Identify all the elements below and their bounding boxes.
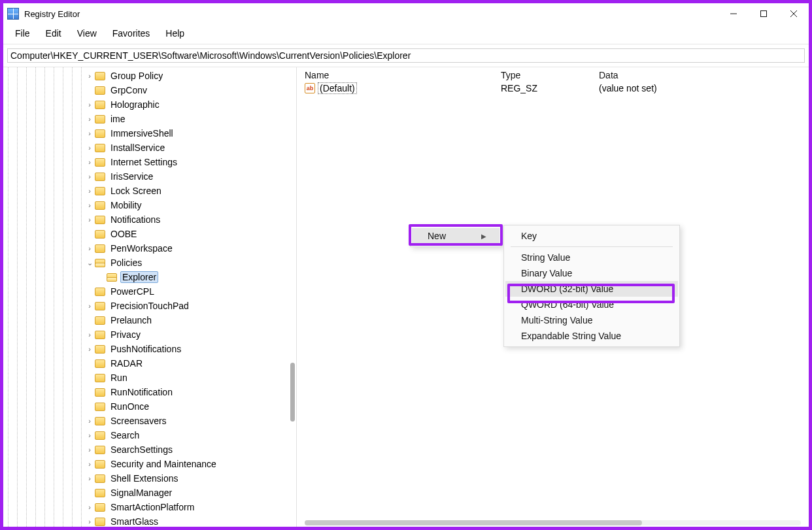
address-input[interactable] xyxy=(7,48,805,63)
string-value-icon: ab xyxy=(305,83,315,93)
chevron-icon[interactable]: › xyxy=(86,216,93,224)
tree-node-label: Prelaunch xyxy=(109,315,154,325)
chevron-icon[interactable]: › xyxy=(86,474,93,482)
menu-view[interactable]: View xyxy=(71,27,103,40)
tree-node-label: SignalManager xyxy=(109,488,174,498)
tree-node-smartactionplatform[interactable]: ›SmartActionPlatform xyxy=(86,500,296,514)
new-expandablestring-value[interactable]: Expandable String Value xyxy=(505,328,678,344)
tree-node-notifications[interactable]: ›Notifications xyxy=(86,212,296,227)
tree-node-signalmanager[interactable]: ›SignalManager xyxy=(86,486,296,500)
chevron-icon[interactable]: › xyxy=(86,331,93,339)
folder-icon xyxy=(95,345,105,354)
chevron-icon[interactable]: › xyxy=(86,244,93,252)
chevron-icon[interactable]: › xyxy=(86,302,93,310)
tree-node-label: Search xyxy=(109,430,141,440)
tree-node-search[interactable]: ›Search xyxy=(86,428,296,442)
tree-gutter xyxy=(3,67,86,527)
chevron-icon[interactable]: › xyxy=(86,144,93,152)
tree-node-pushnotifications[interactable]: ›PushNotifications xyxy=(86,342,296,356)
context-menu[interactable]: New ▶ xyxy=(410,225,501,247)
chevron-icon[interactable]: › xyxy=(86,115,93,123)
chevron-icon[interactable]: › xyxy=(86,446,93,454)
chevron-icon[interactable]: › xyxy=(86,158,93,166)
chevron-icon[interactable]: › xyxy=(86,101,93,108)
chevron-icon[interactable]: › xyxy=(86,173,93,180)
new-multistring-value[interactable]: Multi-String Value xyxy=(505,312,678,328)
tree-node-oobe[interactable]: ›OOBE xyxy=(86,227,296,241)
tree-node-prelaunch[interactable]: ›Prelaunch xyxy=(86,313,296,327)
chevron-icon[interactable]: › xyxy=(86,518,93,525)
chevron-icon[interactable]: › xyxy=(86,417,93,425)
context-submenu-new[interactable]: Key String Value Binary Value DWORD (32-… xyxy=(503,225,680,347)
tree-node-penworkspace[interactable]: ›PenWorkspace xyxy=(86,241,296,256)
tree-node-label: ImmersiveShell xyxy=(109,128,175,139)
chevron-icon[interactable]: › xyxy=(86,345,93,353)
tree-node-grpconv[interactable]: ›GrpConv xyxy=(86,83,296,97)
context-new[interactable]: New ▶ xyxy=(412,228,499,244)
tree-node-runnotification[interactable]: ›RunNotification xyxy=(86,385,296,399)
tree-node-privacy[interactable]: ›Privacy xyxy=(86,327,296,342)
tree-node-runonce[interactable]: ›RunOnce xyxy=(86,399,296,414)
tree-node-mobility[interactable]: ›Mobility xyxy=(86,198,296,212)
tree-node-explorer[interactable]: ›Explorer xyxy=(86,270,296,284)
window-title: Registry Editor xyxy=(24,9,80,19)
new-string-value[interactable]: String Value xyxy=(505,250,678,265)
new-qword-value[interactable]: QWORD (64-bit) Value xyxy=(505,297,678,312)
chevron-icon[interactable]: › xyxy=(86,129,93,137)
tree-node-holographic[interactable]: ›Holographic xyxy=(86,97,296,112)
new-key[interactable]: Key xyxy=(505,228,678,244)
menu-edit[interactable]: Edit xyxy=(39,27,68,40)
tree-node-precisiontouchpad[interactable]: ›PrecisionTouchPad xyxy=(86,299,296,313)
tree-pane[interactable]: ›Group Policy›GrpConv›Holographic›ime›Im… xyxy=(3,67,297,527)
tree-node-searchsettings[interactable]: ›SearchSettings xyxy=(86,442,296,457)
col-data-header[interactable]: Data xyxy=(599,70,801,80)
folder-icon xyxy=(95,187,105,195)
tree-node-installservice[interactable]: ›InstallService xyxy=(86,141,296,155)
folder-icon xyxy=(95,446,105,454)
menu-help[interactable]: Help xyxy=(159,27,191,40)
menu-favorites[interactable]: Favorites xyxy=(106,27,157,40)
chevron-icon[interactable]: › xyxy=(86,72,93,80)
tree-node-irisservice[interactable]: ›IrisService xyxy=(86,169,296,184)
tree-node-ime[interactable]: ›ime xyxy=(86,112,296,126)
folder-icon xyxy=(95,244,105,253)
tree-node-security-and-maintenance[interactable]: ›Security and Maintenance xyxy=(86,457,296,471)
tree-node-radar[interactable]: ›RADAR xyxy=(86,356,296,371)
new-binary-value[interactable]: Binary Value xyxy=(505,265,678,281)
chevron-icon[interactable]: › xyxy=(86,460,93,468)
address-bar xyxy=(3,44,809,67)
close-button[interactable] xyxy=(779,3,809,24)
tree-node-internet-settings[interactable]: ›Internet Settings xyxy=(86,155,296,169)
folder-icon xyxy=(95,503,105,512)
chevron-icon[interactable]: › xyxy=(86,187,93,195)
tree-scrollbar[interactable] xyxy=(290,363,295,422)
menu-file[interactable]: File xyxy=(8,27,37,40)
tree-node-label: RADAR xyxy=(109,358,144,369)
chevron-icon[interactable]: › xyxy=(86,431,93,439)
col-type-header[interactable]: Type xyxy=(501,70,599,80)
folder-icon xyxy=(95,489,105,497)
tree-node-immersiveshell[interactable]: ›ImmersiveShell xyxy=(86,126,296,141)
tree-node-run[interactable]: ›Run xyxy=(86,371,296,385)
horizontal-scrollbar[interactable] xyxy=(305,520,801,525)
folder-icon xyxy=(95,518,105,526)
chevron-icon[interactable]: › xyxy=(86,503,93,511)
tree-node-label: OOBE xyxy=(109,229,139,239)
tree-node-policies[interactable]: ⌄Policies xyxy=(86,256,296,270)
value-row[interactable]: ab (Default) REG_SZ (value not set) xyxy=(297,82,809,95)
tree-node-screensavers[interactable]: ›Screensavers xyxy=(86,414,296,428)
maximize-button[interactable] xyxy=(749,3,779,24)
minimize-button[interactable] xyxy=(719,3,749,24)
new-dword-value[interactable]: DWORD (32-bit) Value xyxy=(505,281,678,297)
chevron-icon[interactable]: ⌄ xyxy=(86,259,93,267)
tree-node-powercpl[interactable]: ›PowerCPL xyxy=(86,284,296,299)
tree-node-shell-extensions[interactable]: ›Shell Extensions xyxy=(86,471,296,486)
chevron-icon[interactable]: › xyxy=(86,201,93,209)
values-pane[interactable]: Name Type Data ab (Default) REG_SZ (valu… xyxy=(297,67,809,527)
column-headers[interactable]: Name Type Data xyxy=(297,67,809,82)
tree-node-group-policy[interactable]: ›Group Policy xyxy=(86,69,296,83)
folder-icon xyxy=(95,460,105,469)
col-name-header[interactable]: Name xyxy=(305,70,501,80)
tree-node-smartglass[interactable]: ›SmartGlass xyxy=(86,514,296,527)
tree-node-lock-screen[interactable]: ›Lock Screen xyxy=(86,184,296,198)
